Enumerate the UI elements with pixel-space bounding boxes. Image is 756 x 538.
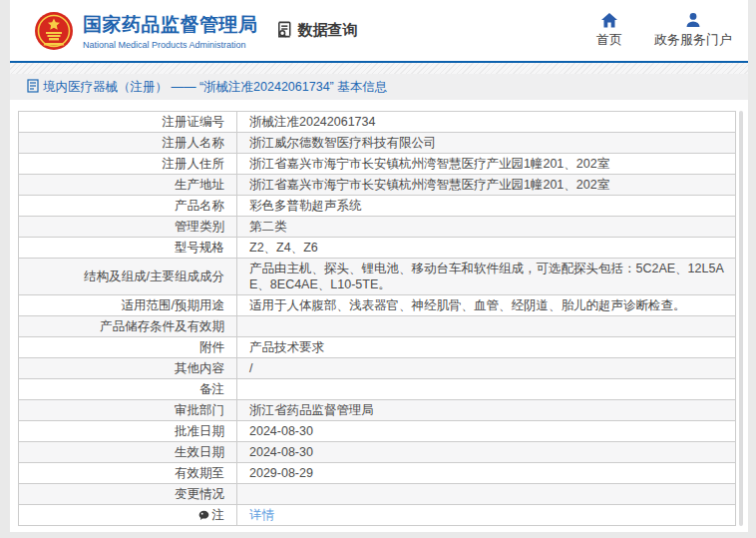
table-row: 附件 产品技术要求: [19, 337, 735, 358]
row-label: 附件: [19, 337, 237, 357]
agency-title-en: National Medical Products Administration: [83, 40, 258, 50]
row-value: 2024-08-30: [237, 442, 735, 462]
row-label-text: 注: [212, 507, 225, 523]
row-label: 产品名称: [19, 196, 237, 216]
nav-service-portal[interactable]: 政务服务门户: [654, 12, 732, 49]
home-icon: [601, 12, 617, 28]
table-row: 适用范围/预期用途 适用于人体腹部、浅表器官、神经肌骨、血管、经阴道、胎儿的超声…: [19, 295, 735, 316]
table-row: 变更情况: [19, 484, 735, 505]
breadcrumb-text: 境内医疗器械（注册） —— “浙械注准20242061734” 基本信息: [43, 79, 387, 96]
row-label: 注册证编号: [19, 112, 237, 132]
table-row: 其他内容 /: [19, 358, 735, 379]
row-value: 浙械注准20242061734: [237, 112, 735, 132]
row-label-text: 结构及组成/主要组成成分: [84, 269, 224, 284]
row-value: 详情: [237, 505, 735, 525]
row-label-text: 管理类别: [175, 219, 224, 235]
row-label-text: 产品名称: [175, 198, 224, 214]
row-label: 注册人住所: [19, 154, 237, 174]
row-label: 结构及组成/主要组成成分: [19, 259, 237, 294]
row-label-text: 审批部门: [175, 402, 224, 418]
row-label-text: 有效期至: [175, 465, 224, 481]
nav-home[interactable]: 首页: [596, 12, 622, 49]
table-row: 生产地址 浙江省嘉兴市海宁市长安镇杭州湾智慧医疗产业园1幢201、202室: [19, 175, 735, 196]
row-value: 彩色多普勒超声系统: [237, 196, 735, 216]
row-label: 注册人名称: [19, 133, 237, 153]
row-value: [237, 379, 735, 399]
breadcrumb: 境内医疗器械（注册） —— “浙械注准20242061734” 基本信息: [10, 74, 748, 100]
table-row: 注 详情: [19, 505, 735, 526]
row-label: 其他内容: [19, 358, 237, 378]
data-query-nav[interactable]: 数据查询: [275, 20, 358, 42]
row-label: 注: [19, 505, 237, 525]
row-label-text: 生产地址: [175, 177, 224, 193]
row-label: 产品储存条件及有效期: [19, 316, 237, 336]
table-row: 注册人住所 浙江省嘉兴市海宁市长安镇杭州湾智慧医疗产业园1幢201、202室: [19, 154, 735, 175]
document-icon: [27, 79, 39, 96]
row-value: [237, 316, 735, 336]
row-label-text: 注册证编号: [163, 114, 225, 130]
page-container: 国家药品监督管理局 National Medical Products Admi…: [10, 0, 748, 532]
comment-icon: [198, 510, 209, 521]
row-value: 适用于人体腹部、浅表器官、神经肌骨、血管、经阴道、胎儿的超声诊断检查。: [237, 295, 735, 315]
row-value: [237, 484, 735, 504]
row-value: 产品技术要求: [237, 337, 735, 357]
row-label: 生效日期: [19, 442, 237, 462]
row-value: 浙江威尔德数智医疗科技有限公司: [237, 133, 735, 153]
nav-home-label: 首页: [596, 31, 622, 49]
row-label-text: 生效日期: [175, 444, 224, 460]
table-row: 批准日期 2024-08-30: [19, 421, 735, 442]
info-table: 注册证编号 浙械注准20242061734 注册人名称 浙江威尔德数智医疗科技有…: [18, 111, 736, 526]
row-value: 产品由主机、探头、锂电池、移动台车和软件组成，可选配探头包括：5C2AE、12L…: [237, 259, 735, 294]
row-label: 批准日期: [19, 421, 237, 441]
row-value: Z2、Z4、Z6: [237, 238, 735, 258]
detail-link[interactable]: 详情: [249, 507, 274, 523]
row-label-text: 注册人住所: [163, 156, 225, 172]
row-label-text: 附件: [199, 339, 224, 355]
document-search-icon: [275, 20, 294, 42]
row-value: 浙江省嘉兴市海宁市长安镇杭州湾智慧医疗产业园1幢201、202室: [237, 175, 735, 195]
national-emblem-logo: [34, 11, 74, 51]
nav-service-portal-label: 政务服务门户: [654, 31, 732, 49]
row-label-text: 变更情况: [175, 486, 224, 502]
table-row: 注册人名称 浙江威尔德数智医疗科技有限公司: [19, 133, 735, 154]
scrollbar[interactable]: [739, 111, 743, 526]
row-label-text: 备注: [199, 381, 224, 397]
table-row: 产品储存条件及有效期: [19, 316, 735, 337]
row-label-text: 产品储存条件及有效期: [100, 318, 224, 334]
row-label: 有效期至: [19, 463, 237, 483]
table-row: 结构及组成/主要组成成分 产品由主机、探头、锂电池、移动台车和软件组成，可选配探…: [19, 259, 735, 295]
table-row: 型号规格 Z2、Z4、Z6: [19, 238, 735, 259]
row-label: 型号规格: [19, 238, 237, 258]
row-label: 适用范围/预期用途: [19, 295, 237, 315]
row-label: 管理类别: [19, 217, 237, 237]
table-wrap: 注册证编号 浙械注准20242061734 注册人名称 浙江威尔德数智医疗科技有…: [10, 100, 748, 526]
row-label: 备注: [19, 379, 237, 399]
table-row: 有效期至 2029-08-29: [19, 463, 735, 484]
table-row: 产品名称 彩色多普勒超声系统: [19, 196, 735, 217]
data-query-label: 数据查询: [298, 21, 358, 40]
hatched-divider: [10, 63, 748, 74]
table-row: 生效日期 2024-08-30: [19, 442, 735, 463]
table-row: 审批部门 浙江省药品监督管理局: [19, 400, 735, 421]
row-value: /: [237, 358, 735, 378]
site-header: 国家药品监督管理局 National Medical Products Admi…: [10, 0, 748, 63]
row-label-text: 批准日期: [175, 423, 224, 439]
user-icon: [685, 12, 701, 28]
row-label-text: 注册人名称: [163, 135, 225, 151]
row-value: 浙江省药品监督管理局: [237, 400, 735, 420]
row-label: 审批部门: [19, 400, 237, 420]
row-value: 浙江省嘉兴市海宁市长安镇杭州湾智慧医疗产业园1幢201、202室: [237, 154, 735, 174]
table-row: 备注: [19, 379, 735, 400]
row-label-text: 适用范围/预期用途: [122, 297, 224, 313]
row-label: 生产地址: [19, 175, 237, 195]
row-value: 第二类: [237, 217, 735, 237]
row-label-text: 其他内容: [175, 360, 224, 376]
agency-title-zh: 国家药品监督管理局: [83, 12, 258, 38]
row-label: 变更情况: [19, 484, 237, 504]
table-row: 注册证编号 浙械注准20242061734: [19, 112, 735, 133]
table-row: 管理类别 第二类: [19, 217, 735, 238]
row-label-text: 型号规格: [175, 240, 224, 256]
row-value: 2024-08-30: [237, 421, 735, 441]
row-value: 2029-08-29: [237, 463, 735, 483]
agency-title-block: 国家药品监督管理局 National Medical Products Admi…: [83, 12, 258, 50]
